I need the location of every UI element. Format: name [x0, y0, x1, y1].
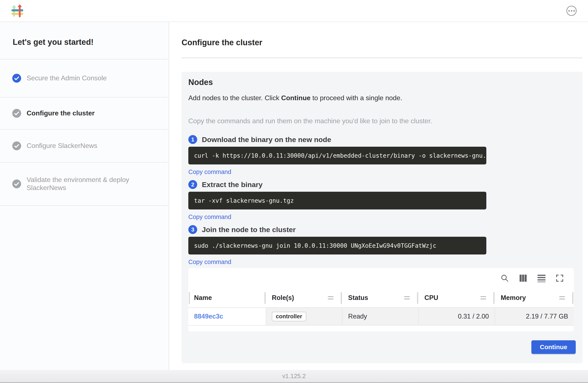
columns-icon[interactable]: [519, 274, 527, 282]
column-header-label: Status: [348, 294, 368, 302]
sidebar-item-configure-cluster[interactable]: Configure the cluster: [0, 97, 169, 129]
step-label: Join the node to the cluster: [202, 226, 296, 234]
slackernews-logo-icon: [11, 4, 23, 17]
sidebar-item-label: Secure the Admin Console: [27, 74, 107, 82]
check-circle-pending-icon: [12, 109, 21, 118]
sidebar-item-label: Configure the cluster: [27, 109, 95, 117]
fullscreen-icon[interactable]: [556, 275, 563, 282]
column-resize-handle[interactable]: [493, 292, 495, 304]
copy-instruction-text: Copy the commands and run them on the ma…: [188, 117, 576, 125]
nodes-table-card: Name Role(s) Status: [188, 268, 574, 331]
sidebar-item-configure-slackernews[interactable]: Configure SlackerNews: [0, 129, 169, 162]
step-number-badge: 3: [188, 225, 197, 234]
column-menu-icon[interactable]: [328, 296, 334, 299]
column-resize-handle[interactable]: [189, 292, 190, 304]
column-resize-handle[interactable]: [417, 292, 418, 304]
node-roles-cell: controller: [266, 308, 342, 325]
title-divider: [182, 58, 583, 58]
check-circle-pending-icon: [12, 179, 21, 188]
command-code-block: sudo ./slackernews-gnu join 10.0.0.11:30…: [188, 237, 486, 255]
copy-command-link[interactable]: Copy command: [188, 213, 231, 220]
table-toolbar: [188, 268, 574, 288]
density-icon[interactable]: [538, 274, 546, 282]
step-join-node: 3 Join the node to the cluster sudo ./sl…: [188, 225, 576, 265]
intro-text-before: Add nodes to the cluster. Click: [188, 94, 281, 102]
table-row: 8849ec3c controller Ready 0.31 / 2.00 2.…: [188, 308, 574, 325]
command-code-block: tar -xvf slackernews-gnu.tgz: [188, 192, 486, 210]
column-menu-icon[interactable]: [481, 296, 486, 299]
sidebar-item-secure-admin-console[interactable]: Secure the Admin Console: [0, 59, 169, 97]
admin-console-app: Let's get you started! Secure the Admin …: [0, 0, 588, 383]
table-header-row: Name Role(s) Status: [188, 288, 574, 308]
column-header-memory[interactable]: Memory: [495, 288, 574, 307]
column-header-label: Memory: [501, 294, 526, 302]
column-resize-handle[interactable]: [572, 292, 573, 304]
node-name-cell: 8849ec3c: [188, 308, 266, 325]
content-row: Let's get you started! Secure the Admin …: [0, 22, 588, 370]
sidebar-item-validate-deploy[interactable]: Validate the environment & deploy Slacke…: [0, 162, 169, 206]
sidebar-item-label: Validate the environment & deploy Slacke…: [27, 176, 159, 192]
copy-command-link[interactable]: Copy command: [188, 258, 231, 265]
search-icon[interactable]: [501, 274, 509, 282]
column-header-cpu[interactable]: CPU: [419, 288, 495, 307]
node-status-cell: Ready: [342, 308, 419, 325]
node-cpu-cell: 0.31 / 2.00: [419, 308, 495, 325]
intro-text-after: to proceed with a single node.: [311, 94, 402, 102]
node-name-link[interactable]: 8849ec3c: [194, 313, 223, 320]
card-actions: Continue: [188, 340, 576, 354]
check-circle-complete-icon: [12, 74, 21, 83]
role-chip: controller: [272, 312, 306, 321]
step-extract-binary: 2 Extract the binary tar -xvf slackernew…: [188, 180, 576, 220]
column-resize-handle[interactable]: [264, 292, 266, 304]
main-panel: Configure the cluster Nodes Add nodes to…: [169, 22, 588, 370]
column-resize-handle[interactable]: [341, 292, 342, 304]
nodes-heading: Nodes: [188, 78, 576, 87]
column-header-label: Role(s): [272, 294, 294, 302]
nodes-card: Nodes Add nodes to the cluster. Click Co…: [182, 72, 583, 363]
column-menu-icon[interactable]: [559, 296, 565, 299]
step-download-binary: 1 Download the binary on the new node cu…: [188, 135, 576, 175]
top-bar: [0, 0, 588, 22]
column-header-status[interactable]: Status: [342, 288, 419, 307]
sidebar-item-label: Configure SlackerNews: [27, 142, 97, 150]
sidebar-title: Let's get you started!: [0, 22, 169, 47]
step-number-badge: 1: [188, 135, 197, 144]
column-header-name[interactable]: Name: [188, 288, 266, 307]
node-memory-cell: 2.19 / 7.77 GB: [495, 308, 574, 325]
intro-text-bold: Continue: [281, 94, 311, 102]
version-label: v1.125.2: [282, 373, 306, 382]
copy-command-link[interactable]: Copy command: [188, 168, 231, 175]
step-number-badge: 2: [188, 180, 197, 189]
nodes-intro-text: Add nodes to the cluster. Click Continue…: [188, 94, 576, 102]
command-code-block: curl -k https://10.0.0.11:30000/api/v1/e…: [188, 147, 486, 165]
column-header-label: CPU: [424, 294, 438, 302]
step-label: Download the binary on the new node: [202, 135, 331, 144]
ellipsis-menu-icon[interactable]: [567, 6, 577, 16]
column-header-label: Name: [194, 294, 212, 302]
app-footer: v1.125.2: [0, 370, 588, 383]
column-header-roles[interactable]: Role(s): [266, 288, 342, 307]
check-circle-pending-icon: [12, 141, 21, 150]
column-menu-icon[interactable]: [404, 296, 410, 299]
step-label: Extract the binary: [202, 181, 263, 189]
continue-button[interactable]: Continue: [531, 340, 576, 354]
setup-sidebar: Let's get you started! Secure the Admin …: [0, 22, 169, 370]
page-title: Configure the cluster: [182, 38, 583, 47]
